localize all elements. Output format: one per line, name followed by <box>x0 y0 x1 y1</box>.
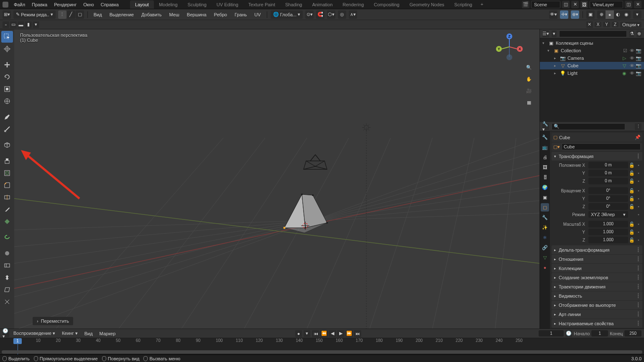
group-visibility[interactable]: ▸Видимость┇ <box>552 291 642 300</box>
outliner-item-camera[interactable]: ▸ 📷 Camera ▷ 👁 📷 <box>540 54 644 62</box>
start-frame-field[interactable]: 1 <box>591 330 608 337</box>
mesh-select-mode-4[interactable]: ▮ <box>25 21 32 28</box>
lock-icon[interactable]: 🔓 <box>629 188 635 194</box>
play-icon[interactable]: ▶ <box>337 330 345 337</box>
outliner-item-cube[interactable]: ▸ ▽ Cube ▽ 👁 📷 <box>540 62 644 69</box>
ptab-world[interactable]: 🌍 <box>541 183 549 191</box>
nav-gizmo[interactable]: Z Y X <box>496 33 523 60</box>
ptab-data[interactable]: ▽ <box>541 253 549 262</box>
persp-ortho-icon[interactable]: ▦ <box>524 98 534 107</box>
lock-icon[interactable]: 🔓 <box>629 237 635 243</box>
outliner-display-mode[interactable]: ▾ <box>552 31 557 37</box>
viewlayer-browse-icon[interactable]: 🖼 <box>580 1 588 8</box>
vertex-menu[interactable]: Вершина <box>184 12 209 17</box>
props-editor-icon[interactable]: 🔧▾ <box>542 123 549 130</box>
frame-range-icon[interactable]: 🕐 <box>565 330 572 337</box>
viewlayer-new-icon[interactable]: ◫ <box>625 1 632 8</box>
ptab-physics[interactable]: ⚛ <box>541 233 549 242</box>
render-icon[interactable]: 📷 <box>636 55 641 61</box>
tool-knife[interactable] <box>1 204 13 215</box>
tool-select-box[interactable] <box>1 31 13 43</box>
timeline-view-menu[interactable]: Вид <box>82 331 95 336</box>
gizmo-y[interactable]: Y <box>496 46 502 52</box>
tab-shading[interactable]: Shading <box>280 0 307 9</box>
current-frame-field[interactable]: 1 <box>539 330 564 337</box>
menu-render[interactable]: Рендеринг <box>51 1 79 8</box>
timeline[interactable]: 0102030405060708090100110120130140150160… <box>0 338 644 354</box>
scale-z-field[interactable]: 1.000 <box>588 237 628 243</box>
scale-x-field[interactable]: 1.000 <box>588 221 628 227</box>
jump-start-icon[interactable]: ⏮ <box>312 330 319 337</box>
group-instancing[interactable]: ▸Создание экземпляров┇ <box>552 273 642 282</box>
outliner-search[interactable] <box>559 31 627 37</box>
tab-compositing[interactable]: Compositing <box>369 0 404 9</box>
tool-rotate[interactable] <box>1 71 13 83</box>
tab-layout[interactable]: Layout <box>130 0 154 9</box>
keyframe-next-icon[interactable]: ⏩ <box>345 330 353 337</box>
scale-y-field[interactable]: 1.000 <box>588 229 628 235</box>
pivot-dropdown[interactable]: ⊙▾ <box>305 10 314 19</box>
rot-y-field[interactable]: 0° <box>588 195 628 202</box>
group-viewport[interactable]: ▸Отображение во вьюпорте┇ <box>552 301 642 309</box>
ptab-constraints[interactable]: 🔗 <box>541 243 549 252</box>
zoom-icon[interactable]: 🔍 <box>524 63 534 72</box>
butterfly-icon[interactable]: ✕ <box>586 21 593 28</box>
pan-icon[interactable]: ✋ <box>524 74 534 84</box>
mode-dropdown[interactable]: ✎ Режим реда.. ▾ <box>13 10 56 19</box>
shading-matprev-icon[interactable]: ◐ <box>614 10 622 19</box>
tab-modeling[interactable]: Modeling <box>154 0 183 9</box>
group-delta[interactable]: ▸Дельта-трансформация┇ <box>552 245 642 254</box>
outliner-filter-icon[interactable]: ⚗ <box>629 31 634 37</box>
scene-delete-icon[interactable]: ✕ <box>571 1 579 8</box>
tool-annotate[interactable] <box>1 111 13 123</box>
tool-scale[interactable] <box>1 83 13 95</box>
render-icon[interactable]: 📷 <box>636 70 641 76</box>
shading-rendered-icon[interactable]: ◉ <box>622 10 631 19</box>
xray-toggle[interactable]: ▣ <box>586 10 595 19</box>
gizmo-neg-z[interactable] <box>506 54 512 60</box>
overlays-toggle[interactable]: ⊕▾ <box>571 10 579 19</box>
mesh-visibility-icon[interactable]: 👁▾ <box>549 10 557 19</box>
loc-z-field[interactable]: 0 m <box>588 178 628 184</box>
keying-menu[interactable]: Кеинг ▾ <box>59 331 80 336</box>
end-frame-field[interactable]: 250 <box>624 330 641 337</box>
group-relations[interactable]: ▸Отношения┇ <box>552 255 642 263</box>
ptab-material[interactable]: ● <box>541 263 549 272</box>
snap-dropdown[interactable]: ⬡▾ <box>327 10 335 19</box>
tool-spin[interactable] <box>1 232 13 243</box>
autokey-dropdown[interactable]: ▾ <box>304 330 310 337</box>
tab-rendering[interactable]: Rendering <box>337 0 369 9</box>
tool-cursor[interactable] <box>1 43 13 55</box>
props-search[interactable] <box>552 123 625 130</box>
eye-icon[interactable]: 👁 <box>629 70 635 76</box>
timeline-scrollbar[interactable] <box>2 350 642 354</box>
view-menu[interactable]: Вид <box>91 12 105 17</box>
exclude-toggle[interactable]: ☑ <box>622 48 628 54</box>
axis-z[interactable]: Z <box>612 22 618 27</box>
group-transform[interactable]: ▾ Трансформация ┇ <box>552 152 642 161</box>
uv-menu[interactable]: UV <box>252 12 263 17</box>
autokey-toggle[interactable]: ● <box>295 330 302 337</box>
menu-file[interactable]: Файл <box>11 1 28 8</box>
outliner-editor-icon[interactable]: ☰▾ <box>542 31 549 37</box>
ptab-collection[interactable]: ▣ <box>541 193 549 201</box>
scene-name-field[interactable] <box>531 1 560 8</box>
lock-icon[interactable]: 🔓 <box>629 196 635 201</box>
ptab-particles[interactable]: ✨ <box>541 223 549 232</box>
mesh-select-mode-2[interactable]: ▭ <box>10 21 17 28</box>
outliner-collection[interactable]: ▾ ▣ Collection ☑ 👁 📷 <box>540 47 644 54</box>
snap-toggle[interactable]: 🧲 <box>316 10 325 19</box>
tool-edge-slide[interactable] <box>1 260 13 271</box>
shading-dropdown[interactable]: ▾ <box>633 10 641 19</box>
tool-rip[interactable] <box>1 296 13 308</box>
tool-extrude-region[interactable] <box>1 155 13 167</box>
tab-geonodes[interactable]: Geometry Nodes <box>404 0 449 9</box>
tool-add-cube[interactable] <box>1 139 13 151</box>
mesh-select-mode-3[interactable]: ▬ <box>18 21 24 28</box>
tab-uv[interactable]: UV Editing <box>212 0 243 9</box>
menu-edit[interactable]: Правка <box>29 1 50 8</box>
lock-icon[interactable]: 🔓 <box>629 221 635 227</box>
ptab-scene[interactable]: 🎛 <box>541 173 549 181</box>
select-edge-icon[interactable]: ╱ <box>67 10 75 19</box>
timeline-editor-icon[interactable]: 🕐▾ <box>3 330 9 337</box>
